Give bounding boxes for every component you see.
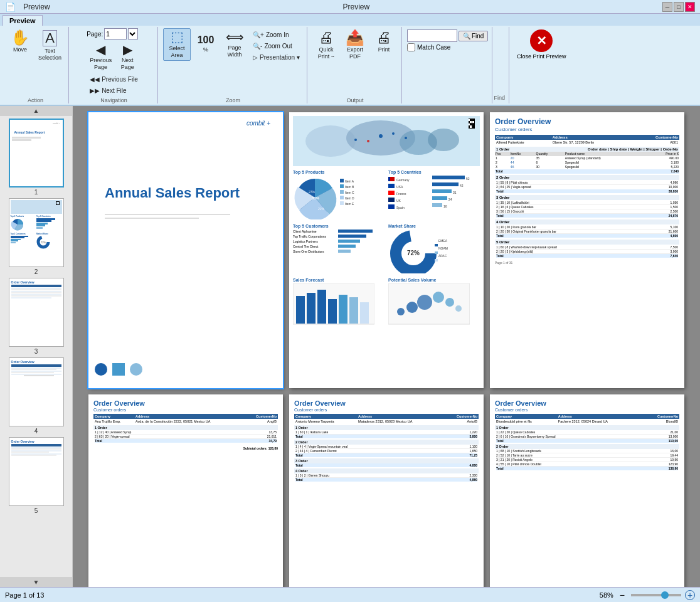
svg-text:Item D: Item D <box>345 196 354 200</box>
order-overview-title-4: Order Overview <box>495 399 679 407</box>
top5countries: Top 5 Countries Germany 52 USA <box>388 170 480 220</box>
zoom-100-button[interactable]: 100 % <box>192 28 220 61</box>
page-input[interactable] <box>104 28 127 40</box>
order-2-1-items: 1 | 12 | 40 | Aniseed Syrup13,75 2 | 63 … <box>93 430 278 443</box>
dash-row1: Top 5 Products Item A <box>293 170 480 220</box>
sidebar-page-4[interactable]: Order Overview 4 <box>9 357 64 435</box>
zoom-out-button[interactable]: 🔍- Zoom Out <box>250 41 303 51</box>
move-button[interactable]: ✋ Move <box>6 28 34 55</box>
preview-page-orders-3[interactable]: Order Overview Customer orders Company A… <box>289 394 484 587</box>
svg-text:APAC: APAC <box>438 254 447 258</box>
select-area-button[interactable]: ⬚ SelectArea <box>163 28 191 61</box>
page-dropdown[interactable]: ▼ <box>128 28 138 40</box>
order-dates-1: Order date | Ship date | Weight | Shippe… <box>588 147 678 151</box>
svg-rect-65 <box>360 302 369 324</box>
order-3-2-header: 2 Order <box>294 440 479 445</box>
svg-rect-47 <box>432 203 442 207</box>
preview-page-annual[interactable]: combit + Annual Sales Report <box>88 112 283 388</box>
close-button[interactable]: ✕ <box>685 2 695 12</box>
ribbon-tabs: Preview <box>0 14 700 26</box>
item-3-3-price: 2,500 <box>670 209 678 213</box>
o4-1-1: 1 | 22 | 20 | Queso Cabrales21,00 <box>496 430 678 435</box>
subtotal-value-2: 126,80 <box>268 446 278 450</box>
cust-bar5 <box>338 250 351 253</box>
thumb-order-row6-4 <box>24 375 54 376</box>
order-3-2-items: 1 | 4 | 4 | Vegie-Spread mountain veal1,… <box>294 445 479 457</box>
svg-text:16: 16 <box>443 204 447 208</box>
text-selection-label: TextSelection <box>38 48 61 61</box>
total-3-1-value: 3,800 <box>469 435 477 438</box>
company-table-3: Company Address CustomerNo Antonio Moren… <box>294 414 479 424</box>
presentation-icon: ▷ <box>253 54 258 61</box>
sidebar-page-num-3: 3 <box>34 348 38 355</box>
zoom-in-button[interactable]: 🔍+ Zoom In <box>250 29 303 40</box>
thumb-logo: combit + <box>53 122 60 125</box>
total-row-5: Total 7,640 <box>496 254 678 258</box>
match-case-checkbox[interactable] <box>407 43 415 51</box>
total-4-2-value: 138,90 <box>669 467 678 470</box>
close-print-preview-icon: ✕ <box>530 29 553 52</box>
svg-text:21%: 21% <box>318 207 325 211</box>
minimize-button[interactable]: ─ <box>662 2 672 12</box>
previous-file-button[interactable]: ◀◀ Previous File <box>87 74 141 85</box>
zoom-slider[interactable] <box>631 594 681 596</box>
total-label-3: Total <box>496 214 504 218</box>
export-pdf-icon: 📤 <box>346 30 364 45</box>
title-bar-title: Preview <box>23 3 50 11</box>
item-2-1-name: 1 | 55 | 8 | Pâté chinois <box>496 181 528 184</box>
item-3-1-name: 1 | 35 | 10 | Lakkalikööri <box>496 201 529 204</box>
next-page-button[interactable]: ▶ NextPage <box>116 41 139 73</box>
find-input[interactable] <box>407 29 457 42</box>
zoom-100-label: % <box>203 46 208 53</box>
orders-page-content-1: Order Overview Customer orders Company A… <box>490 112 684 270</box>
preview-page-orders-1[interactable]: Order Overview Customer orders Company A… <box>490 112 684 388</box>
svg-point-9 <box>379 134 383 138</box>
sidebar-scroll-up[interactable]: ▲ <box>0 106 72 116</box>
order-overview-title-1: Order Overview <box>495 117 679 126</box>
next-file-button[interactable]: ▶▶ Next File <box>87 85 141 96</box>
total-3-4: Total4,880 <box>295 478 477 482</box>
presentation-button[interactable]: ▷ Presentation ▾ <box>250 52 303 63</box>
thumb-order-row6-5 <box>11 455 56 456</box>
total-3-1-label: Total <box>295 435 303 438</box>
svg-rect-39 <box>432 189 452 193</box>
sidebar-page-2[interactable]: Top 5 Products Top 5 Countries <box>9 198 64 275</box>
item-2-1-1-desc: 1 | 12 | 40 | Aniseed Syrup <box>95 430 131 434</box>
close-print-preview-button[interactable]: ✕ Close Print Preview <box>514 28 569 61</box>
company-header-row-3: Company Address CustomerNo <box>294 414 479 419</box>
text-selection-button[interactable]: A TextSelection <box>35 28 65 63</box>
svg-point-70 <box>433 292 444 303</box>
prod-1-2: Spegesild <box>565 161 647 165</box>
thumb-progress <box>11 236 36 243</box>
total-value-4: 4,800 <box>670 234 678 238</box>
preview-page-dashboard[interactable]: Top 5 Products Item A <box>289 112 484 388</box>
sidebar-scroll-down[interactable]: ▼ <box>0 577 72 587</box>
annual-bottom <box>95 363 142 376</box>
thumb-chart4: Market Share 72% <box>36 233 62 250</box>
export-pdf-button[interactable]: 📤 ExportPDF <box>341 28 369 62</box>
previous-page-button[interactable]: ◀ PreviousPage <box>87 41 115 73</box>
zoom-minus-button[interactable]: − <box>617 590 627 600</box>
item-5-1-price: 7,500 <box>670 245 678 249</box>
page-width-button[interactable]: ⟺ PageWidth <box>221 28 248 61</box>
svg-text:NOAM: NOAM <box>438 246 448 250</box>
sidebar-page-3[interactable]: Order Overview 3 <box>9 278 64 355</box>
sidebar-page-1[interactable]: Annual Sales Report combit + 1 <box>9 119 64 196</box>
zoom-plus-button[interactable]: + <box>685 590 695 600</box>
find-button[interactable]: 🔍 Find <box>459 31 488 41</box>
quick-print-button[interactable]: 🖨 QuickPrint ~ <box>312 28 340 62</box>
o3-2-2-desc: 2 | 44 | 4 | Camembert Pierrot <box>295 449 337 453</box>
move-label: Move <box>13 46 27 53</box>
preview-page-orders-4[interactable]: Order Overview Customer orders Company A… <box>490 394 684 587</box>
dashboard-content: Top 5 Products Item A <box>289 112 484 332</box>
zoom-thumb[interactable] <box>661 591 669 599</box>
maximize-button[interactable]: □ <box>674 2 684 12</box>
print-button[interactable]: 🖨 Print <box>370 28 398 55</box>
next-page-label: NextPage <box>121 57 134 71</box>
title-bar-controls[interactable]: ─ □ ✕ <box>662 2 695 12</box>
cust-row5: Store One Distributors <box>293 250 384 253</box>
sidebar-page-5[interactable]: Order Overview 5 <box>9 437 64 514</box>
preview-page-orders-2[interactable]: Order Overview Customer orders Company A… <box>88 394 283 587</box>
dash-row2: Top 5 Customers Client Alphamine Top Tra… <box>293 224 480 274</box>
tab-preview[interactable]: Preview <box>3 15 43 26</box>
